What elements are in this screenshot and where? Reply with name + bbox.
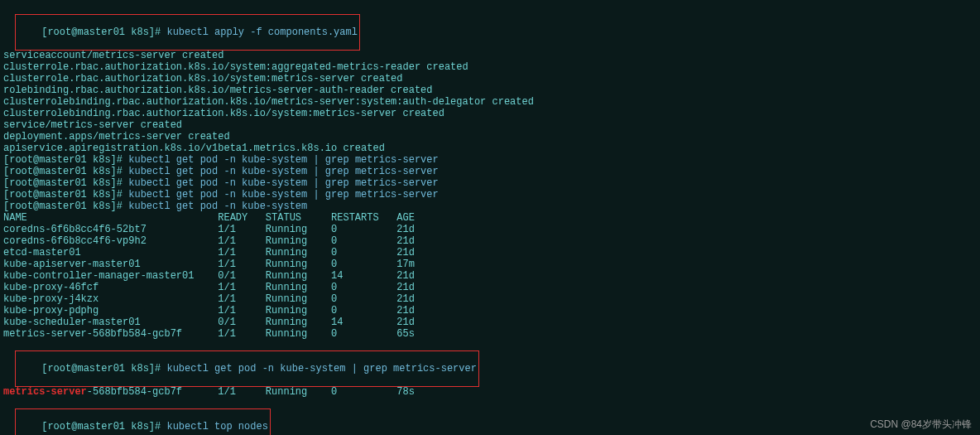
prompt: [root@master01 k8s]# bbox=[41, 421, 166, 433]
pod-row: kube-proxy-46fcf 1/1 Running 0 21d bbox=[3, 282, 977, 293]
cmd-grep: kubectl get pod -n kube-system | grep me… bbox=[128, 166, 438, 177]
prompt: [root@master01 k8s]# bbox=[41, 27, 166, 38]
highlight-box-top: [root@master01 k8s]# kubectl top nodes bbox=[15, 408, 270, 435]
apply-output-line: clusterrolebinding.rbac.authorization.k8… bbox=[3, 96, 977, 108]
cmd-top: kubectl top nodes bbox=[166, 421, 267, 433]
apply-output-line: clusterrolebinding.rbac.authorization.k8… bbox=[3, 108, 977, 119]
prompt: [root@master01 k8s]# bbox=[3, 177, 128, 189]
apply-output-line: rolebinding.rbac.authorization.k8s.io/me… bbox=[3, 85, 977, 96]
cmd-grep: kubectl get pod -n kube-system | grep me… bbox=[128, 177, 438, 189]
cmd-grep-line[interactable]: [root@master01 k8s]# kubectl get pod -n … bbox=[3, 189, 977, 201]
cmd-getpod: kubectl get pod -n kube-system bbox=[128, 201, 307, 212]
apply-output-line: deployment.apps/metrics-server created bbox=[3, 131, 977, 143]
pod-header: NAME READY STATUS RESTARTS AGE bbox=[3, 212, 977, 224]
cmd-grep-line[interactable]: [root@master01 k8s]# kubectl get pod -n … bbox=[3, 166, 977, 177]
prompt: [root@master01 k8s]# bbox=[3, 189, 128, 201]
watermark: CSDN @84岁带头冲锋 bbox=[870, 418, 972, 430]
highlight-box-apply: [root@master01 k8s]# kubectl apply -f co… bbox=[15, 14, 359, 51]
pod-row: kube-apiserver-master01 1/1 Running 0 17… bbox=[3, 259, 977, 270]
pod-row: coredns-6f6b8cc4f6-vp9h2 1/1 Running 0 2… bbox=[3, 235, 977, 247]
apply-output-line: serviceaccount/metrics-server created bbox=[3, 50, 977, 61]
prompt: [root@master01 k8s]# bbox=[3, 201, 128, 212]
pod-table: NAME READY STATUS RESTARTS AGEcoredns-6f… bbox=[3, 212, 977, 340]
cmd-apply: kubectl apply -f components.yaml bbox=[166, 27, 357, 38]
pod-row: metrics-server-568bfb584-gcb7f 1/1 Runni… bbox=[3, 328, 977, 340]
pod-row: etcd-master01 1/1 Running 0 21d bbox=[3, 247, 977, 259]
highlight-box-grep: [root@master01 k8s]# kubectl get pod -n … bbox=[15, 350, 479, 387]
cmd-grep: kubectl get pod -n kube-system | grep me… bbox=[128, 189, 438, 201]
pod-row: kube-proxy-pdphg 1/1 Running 0 21d bbox=[3, 305, 977, 317]
prompt: [root@master01 k8s]# bbox=[3, 154, 128, 166]
pod-row: kube-scheduler-master01 0/1 Running 14 2… bbox=[3, 317, 977, 328]
pod-row: kube-controller-manager-master01 0/1 Run… bbox=[3, 270, 977, 282]
prompt: [root@master01 k8s]# bbox=[3, 166, 128, 177]
cmd-grep-line[interactable]: [root@master01 k8s]# kubectl get pod -n … bbox=[3, 154, 977, 166]
cmd-grep: kubectl get pod -n kube-system | grep me… bbox=[128, 154, 438, 166]
cmd-getpod-line[interactable]: [root@master01 k8s]# kubectl get pod -n … bbox=[3, 201, 977, 212]
cmd-grep-hl: kubectl get pod -n kube-system | grep me… bbox=[166, 363, 476, 375]
cmd-grep-line[interactable]: [root@master01 k8s]# kubectl get pod -n … bbox=[3, 177, 977, 189]
grep-match: metrics-server bbox=[3, 386, 87, 398]
pod-row: kube-proxy-j4kzx 1/1 Running 0 21d bbox=[3, 293, 977, 305]
pod-row: coredns-6f6b8cc4f6-52bt7 1/1 Running 0 2… bbox=[3, 224, 977, 235]
cmd-top-line[interactable]: [root@master01 k8s]# kubectl top nodes bbox=[3, 398, 977, 435]
apply-output-line: apiservice.apiregistration.k8s.io/v1beta… bbox=[3, 143, 977, 154]
cmd-apply-line[interactable]: [root@master01 k8s]# kubectl apply -f co… bbox=[3, 3, 977, 50]
cmd-grep-line-hl[interactable]: [root@master01 k8s]# kubectl get pod -n … bbox=[3, 340, 977, 386]
apply-output-line: clusterrole.rbac.authorization.k8s.io/sy… bbox=[3, 73, 977, 85]
apply-output-line: service/metrics-server created bbox=[3, 119, 977, 131]
apply-output-line: clusterrole.rbac.authorization.k8s.io/sy… bbox=[3, 61, 977, 73]
prompt: [root@master01 k8s]# bbox=[41, 363, 166, 375]
grep-result-row: metrics-server-568bfb584-gcb7f 1/1 Runni… bbox=[3, 386, 977, 398]
